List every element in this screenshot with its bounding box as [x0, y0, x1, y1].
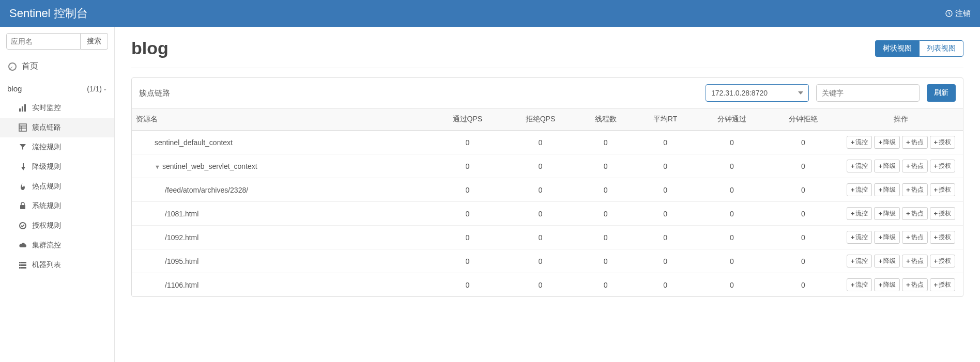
threads-cell: 0 — [577, 249, 634, 273]
col-block-qps: 拒绝QPS — [504, 108, 577, 131]
pass-qps-cell: 0 — [431, 178, 504, 202]
divider — [131, 68, 963, 68]
flow-button[interactable]: +流控 — [847, 160, 872, 172]
sidebar-home[interactable]: 首页 — [0, 54, 114, 79]
cluster-flow-icon — [19, 241, 27, 249]
hotspot-button[interactable]: +热点 — [902, 160, 928, 172]
svg-rect-12 — [19, 264, 21, 266]
sidebar-app-toggle[interactable]: blog (1/1)⌄ — [0, 79, 114, 98]
resource-name: ▼sentinel_web_servlet_context — [136, 162, 427, 170]
min-pass-cell: 0 — [696, 178, 768, 202]
resource-name: /1092.html — [136, 233, 427, 242]
min-pass-cell: 0 — [696, 202, 768, 226]
sidebar-home-label: 首页 — [22, 61, 38, 72]
block-qps-cell: 0 — [504, 202, 577, 226]
sidebar-item-cluster-point[interactable]: 簇点链路 — [0, 118, 114, 137]
threads-cell: 0 — [577, 178, 634, 202]
sidebar-item-machine-list[interactable]: 机器列表 — [0, 255, 114, 275]
refresh-button[interactable]: 刷新 — [927, 84, 956, 102]
degrade-button[interactable]: +降级 — [874, 207, 900, 220]
auth-button[interactable]: +授权 — [930, 255, 956, 267]
ops-cell: +流控+降级+热点+授权 — [839, 178, 963, 202]
degrade-button[interactable]: +降级 — [874, 183, 900, 196]
degrade-button[interactable]: +降级 — [874, 136, 900, 149]
min-block-cell: 0 — [768, 202, 839, 226]
sidebar-item-flow-rule[interactable]: 流控规则 — [0, 137, 114, 157]
auth-button[interactable]: +授权 — [930, 278, 956, 291]
svg-rect-10 — [19, 262, 21, 263]
flow-button[interactable]: +流控 — [847, 207, 872, 220]
sidebar-item-degrade-rule[interactable]: 降级规则 — [0, 157, 114, 177]
logout-label: 注销 — [955, 9, 971, 19]
ops-cell: +流控+降级+热点+授权 — [839, 249, 963, 273]
col-min-pass: 分钟通过 — [696, 108, 768, 131]
ops-cell: +流控+降级+热点+授权 — [839, 226, 963, 249]
sidebar-item-system-rule[interactable]: 系统规则 — [0, 196, 114, 216]
sidebar: 搜索 首页 blog (1/1)⌄ 实时监控簇点链路流控规则降级规则热点规则系统… — [0, 27, 115, 362]
machine-select[interactable]: 172.31.0.28:8720 — [706, 84, 809, 102]
hotspot-button[interactable]: +热点 — [902, 183, 928, 196]
list-view-button[interactable]: 列表视图 — [919, 40, 963, 57]
threads-cell: 0 — [577, 202, 634, 226]
flow-button[interactable]: +流控 — [847, 255, 872, 267]
sidebar-item-auth-rule[interactable]: 授权规则 — [0, 216, 114, 235]
system-rule-icon — [19, 202, 27, 210]
avg-rt-cell: 0 — [634, 249, 696, 273]
sidebar-item-label: 流控规则 — [32, 143, 61, 152]
auth-button[interactable]: +授权 — [930, 207, 956, 220]
panel-title: 簇点链路 — [139, 88, 698, 98]
hotspot-button[interactable]: +热点 — [902, 136, 928, 149]
plus-icon: + — [906, 139, 910, 146]
tree-view-button[interactable]: 树状视图 — [875, 40, 919, 57]
auth-button[interactable]: +授权 — [930, 183, 956, 196]
block-qps-cell: 0 — [504, 249, 577, 273]
plus-icon: + — [851, 258, 855, 264]
search-button[interactable]: 搜索 — [81, 33, 108, 50]
degrade-button[interactable]: +降级 — [874, 278, 900, 291]
threads-cell: 0 — [577, 226, 634, 249]
block-qps-cell: 0 — [504, 154, 577, 178]
min-pass-cell: 0 — [696, 226, 768, 249]
sidebar-item-label: 热点规则 — [32, 182, 61, 191]
plus-icon: + — [934, 234, 938, 241]
cluster-point-icon — [19, 123, 27, 132]
search-input[interactable] — [6, 33, 81, 50]
pass-qps-cell: 0 — [431, 154, 504, 178]
table-row: sentinel_default_context000000+流控+降级+热点+… — [132, 131, 963, 154]
svg-rect-14 — [19, 267, 21, 269]
plus-icon: + — [934, 210, 938, 217]
keyword-input[interactable] — [816, 84, 920, 102]
auth-button[interactable]: +授权 — [930, 136, 956, 149]
sidebar-item-realtime[interactable]: 实时监控 — [0, 98, 114, 118]
plus-icon: + — [934, 186, 938, 193]
ops-cell: +流控+降级+热点+授权 — [839, 131, 963, 154]
sidebar-item-hotspot-rule[interactable]: 热点规则 — [0, 177, 114, 196]
hotspot-button[interactable]: +热点 — [902, 278, 928, 291]
plus-icon: + — [878, 258, 882, 264]
flow-button[interactable]: +流控 — [847, 136, 872, 149]
sidebar-submenu: 实时监控簇点链路流控规则降级规则热点规则系统规则授权规则集群流控机器列表 — [0, 98, 114, 275]
hotspot-button[interactable]: +热点 — [902, 255, 928, 267]
flow-button[interactable]: +流控 — [847, 183, 872, 196]
hotspot-rule-icon — [19, 182, 27, 191]
min-block-cell: 0 — [768, 226, 839, 249]
threads-cell: 0 — [577, 131, 634, 154]
degrade-button[interactable]: +降级 — [874, 160, 900, 172]
degrade-button[interactable]: +降级 — [874, 255, 900, 267]
sidebar-item-cluster-flow[interactable]: 集群流控 — [0, 235, 114, 255]
pass-qps-cell: 0 — [431, 273, 504, 297]
auth-button[interactable]: +授权 — [930, 231, 956, 244]
auth-button[interactable]: +授权 — [930, 160, 956, 172]
flow-button[interactable]: +流控 — [847, 231, 872, 244]
plus-icon: + — [878, 163, 882, 169]
table-header-row: 资源名 通过QPS 拒绝QPS 线程数 平均RT 分钟通过 分钟拒绝 操作 — [132, 108, 963, 131]
tree-toggle-icon[interactable]: ▼ — [155, 164, 160, 170]
sidebar-search: 搜索 — [0, 27, 114, 54]
hotspot-button[interactable]: +热点 — [902, 207, 928, 220]
logout-button[interactable]: 注销 — [945, 9, 971, 19]
plus-icon: + — [906, 234, 910, 241]
flow-button[interactable]: +流控 — [847, 278, 872, 291]
hotspot-button[interactable]: +热点 — [902, 231, 928, 244]
svg-rect-3 — [24, 104, 26, 112]
degrade-button[interactable]: +降级 — [874, 231, 900, 244]
